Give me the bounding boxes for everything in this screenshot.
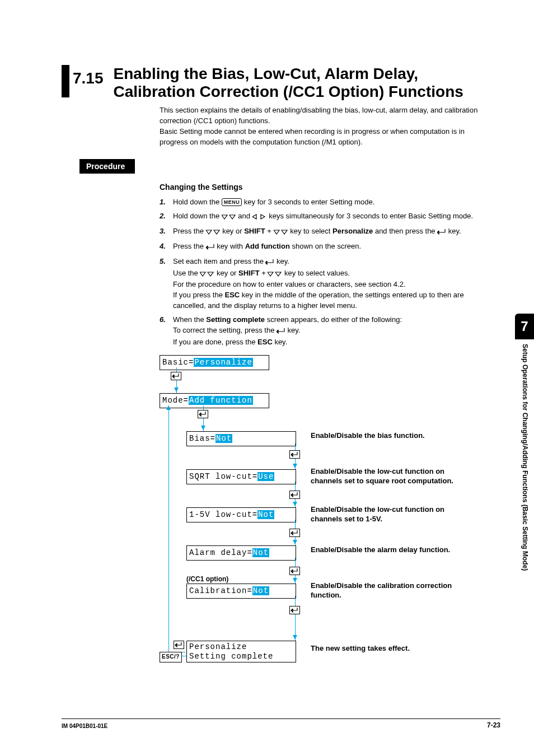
enter-box-icon <box>289 491 301 500</box>
side-chapter-title: Setup Operations for Changing/Adding Fun… <box>520 339 530 646</box>
lcd-mode: Mode=Add function <box>160 393 269 408</box>
enter-box-icon <box>289 606 301 615</box>
intro-text: This section explains the details of ena… <box>160 105 484 147</box>
enter-box-icon <box>289 450 301 459</box>
arrow-down-icon <box>293 578 297 582</box>
step-5: 5. Set each item and press the key. Use … <box>160 256 484 311</box>
esc-key-label: ESC/? <box>160 652 182 662</box>
leftright-icon <box>252 212 267 223</box>
step-4: 4. Press the key with Add function shown… <box>160 241 484 253</box>
enter-box-icon <box>174 641 185 650</box>
menu-flow-diagram: Basic=Personalize Mode=Add function Bias… <box>160 355 495 669</box>
arrow-down-icon <box>174 388 179 392</box>
section-heading: 7.15 Enabling the Bias, Low-Cut, Alarm D… <box>62 62 500 101</box>
cc1-option-note: (/CC1 option) <box>186 575 228 584</box>
footer-left: IM 04P01B01-01E <box>62 722 107 731</box>
menu-key-icon: MENU <box>222 198 242 206</box>
updown-icon <box>206 227 221 238</box>
intro-p1: This section explains the details of ena… <box>160 106 477 125</box>
heading-bar <box>62 65 69 97</box>
enter-box-icon <box>289 529 301 538</box>
enter-icon <box>277 326 285 337</box>
cap-sqrt: Enable/Disable the low-cut function on c… <box>311 467 462 486</box>
enter-icon <box>437 227 446 238</box>
lcd-15v: 1-5V low-cut=Not <box>186 507 296 522</box>
lcd-complete: Personalize Setting complete <box>186 641 296 662</box>
step-1: 1. Hold down the MENU key for 3 seconds … <box>160 197 484 208</box>
enter-icon <box>265 258 274 268</box>
procedure-label: Procedure <box>79 159 135 174</box>
cap-15v: Enable/Disable the low-cut function on c… <box>311 505 462 524</box>
lcd-sqrt: SQRT low-cut=Use <box>186 469 296 484</box>
intro-p2: Basic Setting mode cannot be entered whe… <box>160 127 465 146</box>
updown-icon <box>274 227 288 238</box>
updown-icon <box>268 269 282 280</box>
footer-rule <box>62 718 500 719</box>
enter-box-icon <box>198 410 209 419</box>
cap-calibration: Enable/Disable the calibration correctio… <box>311 581 462 600</box>
arrow-down-icon <box>293 635 297 640</box>
enter-box-icon <box>171 372 182 381</box>
step-3: 3. Press the key or SHIFT + key to selec… <box>160 226 484 238</box>
arrow-up-icon <box>166 405 171 410</box>
side-tab: 7 Setup Operations for Changing/Adding F… <box>515 314 534 644</box>
changing-heading: Changing the Settings <box>160 181 500 193</box>
arrow-down-icon <box>293 540 297 544</box>
footer-right: 7-23 <box>487 721 500 730</box>
step-6: 6. When the Setting complete screen appe… <box>160 315 484 348</box>
enter-icon <box>206 242 215 253</box>
arrow-down-icon <box>293 502 297 506</box>
arrow-down-icon <box>293 464 297 468</box>
lcd-alarm: Alarm delay=Not <box>186 545 296 560</box>
lcd-calibration: Calibration=Not <box>186 584 296 598</box>
side-chapter-number: 7 <box>515 314 534 339</box>
section-number: 7.15 <box>73 67 104 90</box>
cap-complete: The new setting takes effect. <box>311 644 410 653</box>
section-title: Enabling the Bias, Low-Cut, Alarm Delay,… <box>114 65 501 101</box>
enter-box-icon <box>289 567 301 576</box>
arrow-down-icon <box>201 426 205 430</box>
steps-list: 1. Hold down the MENU key for 3 seconds … <box>160 197 484 347</box>
step-2: 2. Hold down the and keys simultaneously… <box>160 211 484 223</box>
cap-alarm: Enable/Disable the alarm delay function. <box>311 545 450 554</box>
updown-icon <box>200 269 214 280</box>
lcd-bias: Bias=Not <box>186 431 296 446</box>
cap-bias: Enable/Disable the bias function. <box>311 431 425 440</box>
updown-icon <box>222 212 236 223</box>
